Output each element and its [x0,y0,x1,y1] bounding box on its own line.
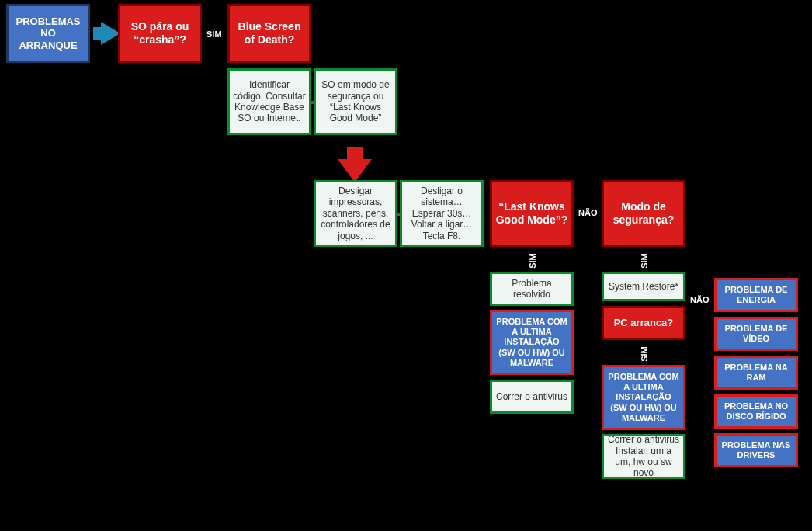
question-last-good: “Last Knows Good Mode”? [490,180,574,247]
problem-video: PROBLEMA DE VÍDEO [714,317,798,351]
label-nao-2: NÃO [690,295,709,304]
outcome-malware-2: PROBLEMA COM A ULTIMA INSTALAÇÃO (SW OU … [602,365,685,430]
label-sim-v1: SIM [528,253,537,269]
info-identify-code: Identificar código. Consultar Knowledge … [227,68,311,135]
label-sim-v2: SIM [640,253,649,269]
arrow-down-1 [338,159,372,182]
info-system-restore: System Restore* [602,272,685,301]
label-nao-1: NÃO [578,208,597,217]
question-safe-mode: Modo de segurança? [602,180,685,247]
problem-ram: PROBLEMA NA RAM [714,356,798,390]
label-sim-1: SIM [206,30,222,39]
info-safe-mode: SO em modo de segurança ou “Last Knows G… [314,68,397,135]
info-unplug: Desligar impressoras, scanners, pens, co… [314,180,397,247]
question-bsod: Blue Screen of Death? [227,4,311,63]
start-node: PROBLEMAS NO ARRANQUE [6,4,90,63]
info-shutdown: Desligar o sistema… Esperar 30s… Voltar … [400,180,484,247]
info-antivirus-2: Correr o antivirus Instalar, um a um, hw… [602,434,685,479]
outcome-malware-1: PROBLEMA COM A ULTIMA INSTALAÇÃO (SW OU … [490,310,574,375]
info-resolved: Problema resolvido [490,272,574,306]
label-sim-v3: SIM [640,346,649,362]
problem-drivers: PROBLEMA NAS DRIVERS [714,433,798,467]
info-antivirus-1: Correr o antivirus [490,380,574,414]
problem-energia: PROBLEMA DE ENERGIA [714,278,798,312]
question-crash: SO pára ou “crasha”? [118,4,202,63]
question-pc-boots: PC arranca? [602,306,685,340]
problem-disco: PROBLEMA NO DISCO RÍGIDO [714,394,798,429]
